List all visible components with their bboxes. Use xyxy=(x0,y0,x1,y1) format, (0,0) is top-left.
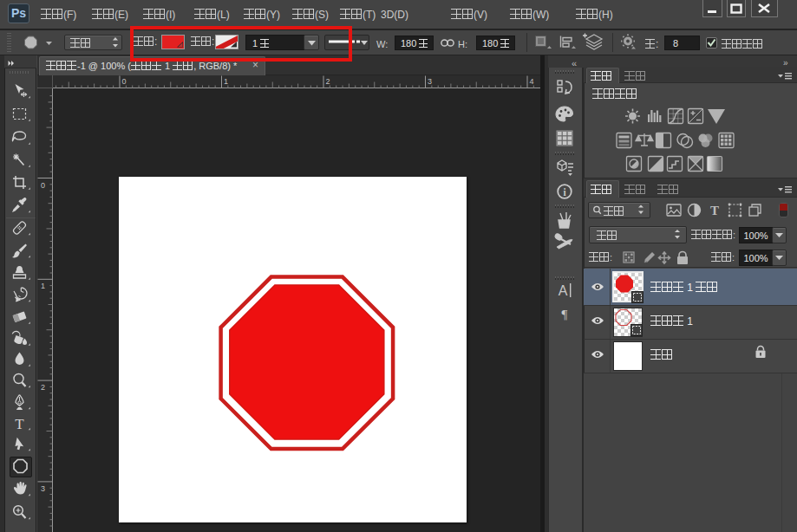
svg-text:T: T xyxy=(15,416,24,432)
svg-text:T: T xyxy=(710,204,719,217)
svg-text:i: i xyxy=(563,187,566,198)
svg-text:¶: ¶ xyxy=(562,308,568,321)
svg-text:A: A xyxy=(559,283,568,298)
